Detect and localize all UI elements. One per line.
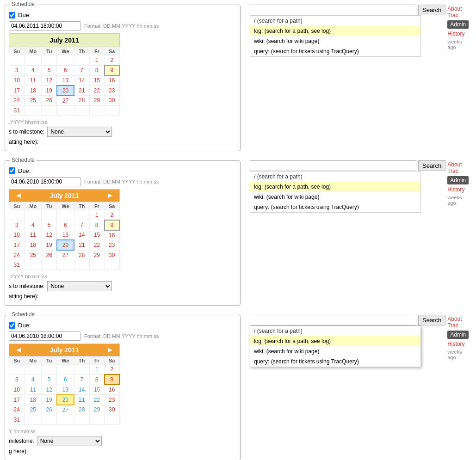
- cal-cell[interactable]: [105, 415, 119, 424]
- cal-cell[interactable]: 28: [74, 250, 89, 260]
- date-input-3[interactable]: [9, 331, 80, 341]
- cal-cell[interactable]: 3: [9, 65, 25, 75]
- cal-cell[interactable]: [25, 105, 42, 115]
- cal-cell[interactable]: [42, 55, 57, 66]
- cal-cell[interactable]: 10: [9, 230, 25, 240]
- cal-cell[interactable]: 21: [74, 240, 89, 250]
- cal-cell[interactable]: 26: [42, 250, 57, 260]
- cal-cell[interactable]: 11: [25, 385, 42, 395]
- cal-cell-today[interactable]: 20: [57, 240, 74, 250]
- cal-cell[interactable]: 14: [74, 75, 89, 86]
- nav-next-btn-3[interactable]: ►: [105, 346, 116, 354]
- cal-cell[interactable]: 16: [105, 385, 119, 395]
- cal-cell[interactable]: [25, 55, 42, 66]
- cal-cell[interactable]: 28: [74, 405, 89, 415]
- autocomplete-item-log-3[interactable]: log: (search for a path, see log): [250, 336, 420, 346]
- cal-cell[interactable]: 27: [57, 250, 74, 260]
- autocomplete-item-log-2[interactable]: log: (search for a path, see log): [250, 182, 420, 192]
- history-link-2[interactable]: History: [447, 186, 469, 193]
- history-link-3[interactable]: History: [447, 341, 469, 347]
- cal-cell[interactable]: 21: [74, 86, 89, 96]
- cal-cell[interactable]: 21: [74, 395, 89, 405]
- cal-cell[interactable]: 25: [25, 250, 42, 260]
- cal-cell[interactable]: [74, 260, 89, 270]
- autocomplete-item-query-2[interactable]: query: (search for tickets using TracQue…: [250, 202, 420, 212]
- cal-cell[interactable]: [42, 260, 57, 270]
- cal-cell[interactable]: 30: [105, 250, 119, 260]
- cal-cell[interactable]: [57, 415, 74, 424]
- cal-cell[interactable]: 14: [74, 385, 89, 395]
- cal-cell[interactable]: [89, 105, 104, 115]
- cal-cell[interactable]: 19: [42, 86, 57, 96]
- cal-cell-selected[interactable]: 9: [105, 374, 119, 385]
- cal-cell[interactable]: 7: [74, 65, 89, 75]
- autocomplete-item-log-1[interactable]: log: (search for a path, see log): [250, 26, 420, 36]
- cal-cell[interactable]: 11: [25, 230, 42, 240]
- cal-cell[interactable]: [105, 105, 119, 115]
- cal-cell[interactable]: 2: [105, 55, 119, 66]
- cal-cell[interactable]: 29: [89, 96, 104, 106]
- cal-cell[interactable]: [25, 365, 42, 375]
- cal-cell[interactable]: 18: [25, 395, 42, 405]
- cal-cell[interactable]: 11: [25, 75, 42, 86]
- admin-link-3[interactable]: Admin: [447, 331, 469, 339]
- cal-cell[interactable]: 27: [57, 405, 74, 415]
- cal-cell[interactable]: 30: [105, 405, 119, 415]
- cal-cell-today[interactable]: 20: [57, 86, 74, 96]
- cal-cell[interactable]: 24: [9, 250, 25, 260]
- cal-cell[interactable]: 23: [105, 86, 119, 96]
- cal-cell[interactable]: [9, 210, 25, 220]
- date-input-1[interactable]: [9, 21, 80, 31]
- search-input-3[interactable]: [250, 315, 416, 325]
- cal-cell[interactable]: 4: [25, 65, 42, 75]
- cal-cell[interactable]: [57, 210, 74, 220]
- about-trac-link-2[interactable]: About Trac: [447, 161, 469, 174]
- autocomplete-item-query-1[interactable]: query: (search for tickets using TracQue…: [250, 46, 420, 56]
- cal-cell[interactable]: [42, 105, 57, 115]
- milestone-select-3[interactable]: None: [37, 436, 102, 446]
- search-input-1[interactable]: [250, 5, 416, 15]
- date-input-2[interactable]: [9, 177, 80, 186]
- cal-cell[interactable]: 22: [89, 395, 104, 405]
- cal-cell[interactable]: [57, 365, 74, 375]
- search-button-2[interactable]: Search: [418, 160, 445, 171]
- cal-cell[interactable]: 19: [42, 240, 57, 250]
- cal-cell[interactable]: [89, 260, 104, 270]
- cal-cell[interactable]: 29: [89, 405, 104, 415]
- cal-cell[interactable]: 22: [89, 240, 104, 250]
- cal-cell[interactable]: [74, 55, 89, 66]
- cal-cell[interactable]: 4: [25, 220, 42, 230]
- cal-cell[interactable]: 16: [105, 230, 119, 240]
- nav-prev-btn-3[interactable]: ◄: [13, 346, 24, 354]
- cal-cell[interactable]: [74, 210, 89, 220]
- cal-cell[interactable]: 23: [105, 240, 119, 250]
- cal-cell[interactable]: 15: [89, 385, 104, 395]
- cal-cell[interactable]: [25, 415, 42, 424]
- autocomplete-item-query-3[interactable]: query: (search for tickets using TracQue…: [250, 356, 420, 367]
- cal-cell[interactable]: 13: [57, 75, 74, 86]
- cal-cell[interactable]: 2: [105, 210, 119, 220]
- nav-next-btn-2[interactable]: ►: [105, 191, 116, 200]
- about-trac-link-1[interactable]: About Trac: [447, 6, 469, 18]
- cal-cell[interactable]: 14: [74, 230, 89, 240]
- cal-cell[interactable]: [74, 365, 89, 375]
- cal-cell[interactable]: 4: [25, 374, 42, 385]
- cal-cell[interactable]: 8: [89, 220, 104, 230]
- cal-cell[interactable]: 13: [57, 230, 74, 240]
- cal-cell[interactable]: 5: [42, 65, 57, 75]
- cal-cell[interactable]: [42, 210, 57, 220]
- milestone-select-1[interactable]: None: [47, 127, 112, 137]
- cal-cell[interactable]: 6: [57, 65, 74, 75]
- cal-cell[interactable]: 17: [9, 240, 25, 250]
- cal-cell[interactable]: 3: [9, 374, 25, 385]
- cal-cell[interactable]: [9, 55, 25, 66]
- cal-cell-selected[interactable]: 9: [105, 220, 119, 230]
- cal-cell[interactable]: [25, 260, 42, 270]
- cal-cell[interactable]: 25: [25, 405, 42, 415]
- cal-cell[interactable]: [42, 365, 57, 375]
- cal-cell[interactable]: [42, 415, 57, 424]
- cal-cell[interactable]: 5: [42, 374, 57, 385]
- cal-cell[interactable]: 30: [105, 96, 119, 106]
- cal-cell[interactable]: 26: [42, 405, 57, 415]
- admin-link-1[interactable]: Admin: [447, 20, 469, 29]
